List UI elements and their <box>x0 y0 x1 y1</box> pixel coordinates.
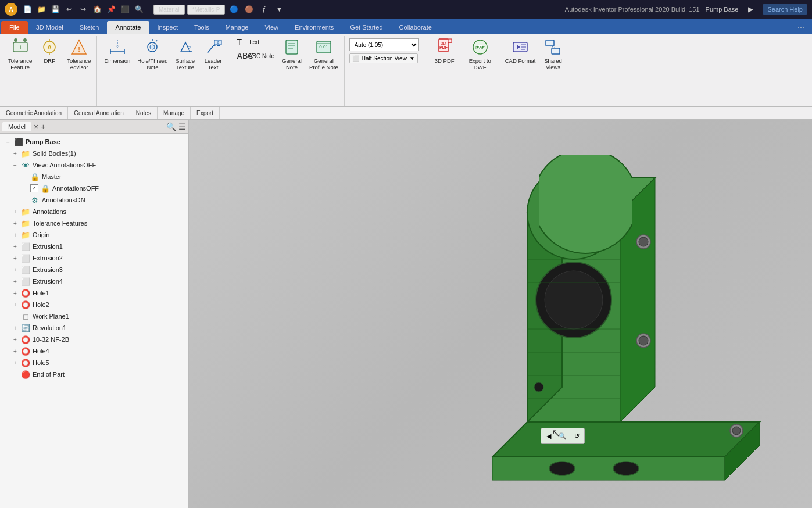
viewcube-btn[interactable]: ⬛ <box>119 3 131 16</box>
material-dropdown[interactable]: Material <box>153 5 185 15</box>
expand-annotations[interactable]: + <box>12 208 19 215</box>
tree-revolution1[interactable]: + 🔄 Revolution1 <box>0 322 188 334</box>
tree-hole5[interactable]: + ⭕ Hole5 <box>0 357 188 369</box>
new-tab-btn[interactable]: + <box>41 122 45 131</box>
expand-extrusion4[interactable]: + <box>12 278 19 285</box>
expand-origin[interactable]: + <box>12 231 19 238</box>
tree-extrusion4[interactable]: + ⬜ Extrusion4 <box>0 276 188 287</box>
hole-thread-note-btn[interactable]: Hole/ThreadNote <box>135 36 170 73</box>
tree-extrusion1[interactable]: + ⬜ Extrusion1 <box>0 241 188 252</box>
expand-extrusion2[interactable]: + <box>12 255 19 262</box>
pin-btn[interactable]: 📌 <box>105 3 117 16</box>
expand-10-32-nf-2b[interactable]: + <box>12 336 19 343</box>
expand-hole1[interactable]: + <box>12 289 19 296</box>
tree-hole2[interactable]: + ⭕ Hole2 <box>0 299 188 310</box>
expand-hole4[interactable]: + <box>12 348 19 355</box>
color-sphere1[interactable]: 🔵 <box>227 3 240 16</box>
tree-work-plane1[interactable]: ◻ Work Plane1 <box>0 310 188 322</box>
general-note-btn[interactable]: GeneralNote <box>279 36 305 73</box>
viewport[interactable]: ◀ 🔍 ↺ ↖ <box>189 120 812 508</box>
tree-view-annotations-off[interactable]: − 👁 View: AnnotationsOFF <box>0 159 188 171</box>
expand-extrusion3[interactable]: + <box>12 266 19 273</box>
tab-manage[interactable]: Manage <box>217 21 257 34</box>
tab-3dmodel[interactable]: 3D Model <box>28 21 71 34</box>
tree-solid-bodies[interactable]: + 📁 Solid Bodies(1) <box>0 148 188 159</box>
ribbon-menu-btn[interactable]: ⋯ <box>795 21 807 34</box>
tree-root-pump-base[interactable]: − ⬛ Pump Base <box>0 136 188 148</box>
tab-tools[interactable]: Tools <box>186 21 217 34</box>
tree-tolerance-features[interactable]: + 📁 Tolerance Features <box>0 217 188 229</box>
tab-sketch[interactable]: Sketch <box>71 21 108 34</box>
expand-revolution1[interactable]: + <box>12 324 19 331</box>
tree-10-32-nf-2b[interactable]: + ⭕ 10-32 NF-2B <box>0 334 188 345</box>
tab-file[interactable]: File <box>1 21 28 34</box>
export-to-dwf-btn[interactable]: DWF Export to DWF <box>460 36 500 73</box>
expand-extrusion1[interactable]: + <box>12 243 19 250</box>
inspect-btn[interactable]: 🔍 <box>133 3 145 16</box>
tree-hole4[interactable]: + ⭕ Hole4 <box>0 345 188 357</box>
half-section-view-btn[interactable]: ⬜ Half Section View ▼ <box>349 53 418 63</box>
svg-rect-43 <box>552 48 560 54</box>
tab-collaborate[interactable]: Collaborate <box>391 21 440 34</box>
open-btn[interactable]: 📁 <box>35 3 48 16</box>
tab-get-started[interactable]: Get Started <box>342 21 391 34</box>
expand-hole5[interactable]: + <box>12 359 19 366</box>
mini-btn-3[interactable]: ↺ <box>570 430 583 442</box>
cad-format-btn[interactable]: CAD Format <box>503 36 538 66</box>
material-value-dropdown[interactable]: *Metallic-P <box>187 5 226 15</box>
expand-view-annotations[interactable]: − <box>12 162 19 169</box>
home-btn[interactable]: 🏠 <box>91 3 103 16</box>
mini-btn-2[interactable]: 🔍 <box>556 430 569 442</box>
tree-extrusion3[interactable]: + ⬜ Extrusion3 <box>0 264 188 276</box>
expand-btn[interactable]: ▼ <box>273 3 285 16</box>
formula-btn[interactable]: ƒ <box>257 3 270 16</box>
new-btn[interactable]: 📄 <box>21 3 34 16</box>
shared-views-btn[interactable]: SharedViews <box>540 36 566 73</box>
tab-view[interactable]: View <box>256 21 287 34</box>
tree-end-of-part[interactable]: 🔴 End of Part <box>0 369 188 380</box>
tree-extrusion2[interactable]: + ⬜ Extrusion2 <box>0 252 188 264</box>
dimension-btn[interactable]: ↔ Dimension <box>102 36 133 66</box>
tree-annotations[interactable]: + 📁 Annotations <box>0 206 188 217</box>
tab-annotate[interactable]: Annotate <box>107 21 149 34</box>
abc-note-btn[interactable]: ABC ABC Note <box>235 50 277 62</box>
tree-origin[interactable]: + 📁 Origin <box>0 229 188 241</box>
add-tab-btn[interactable]: × <box>34 122 38 131</box>
tab-model[interactable]: Model <box>2 122 31 131</box>
expand-annotations-on[interactable] <box>21 196 28 203</box>
tab-environments[interactable]: Environments <box>287 21 342 34</box>
text-btn[interactable]: T Text <box>235 36 277 48</box>
mini-btn-1[interactable]: ◀ <box>542 430 555 442</box>
sidebar-search-btn[interactable]: 🔍 <box>166 122 176 131</box>
tolerance-feature-btn[interactable]: ⊥ ToleranceFeature <box>6 36 34 73</box>
expand-pump-base[interactable]: − <box>5 138 12 145</box>
breadcrumb-arrow[interactable]: ▶ <box>744 3 757 16</box>
redo-btn[interactable]: ↪ <box>77 3 90 16</box>
search-help-btn[interactable]: Search Help <box>763 4 807 15</box>
tree-master[interactable]: 🔒 Master <box>0 171 188 183</box>
tolerance-advisor-btn[interactable]: ! ToleranceAdvisor <box>65 36 93 73</box>
tree-annotations-off[interactable]: ✓ 🔒 AnnotationsOFF <box>0 183 188 194</box>
expand-solid-bodies[interactable]: + <box>12 150 19 157</box>
annotations-off-checkbox[interactable]: ✓ <box>30 184 38 192</box>
3d-pdf-btn[interactable]: PDF 3D 3D PDF <box>432 36 457 66</box>
tree-hole1[interactable]: + ⭕ Hole1 <box>0 287 188 299</box>
expand-end-of-part[interactable] <box>12 371 19 378</box>
general-profile-note-btn[interactable]: 0.01 GeneralProfile Note <box>307 36 341 73</box>
tree-annotations-on[interactable]: ⚙ AnnotationsON <box>0 194 188 206</box>
surface-texture-btn[interactable]: ▽ SurfaceTexture <box>173 36 198 73</box>
expand-master[interactable] <box>21 173 28 180</box>
svg-text:!: ! <box>78 46 80 53</box>
drf-btn[interactable]: A DRF <box>37 36 62 66</box>
color-sphere2[interactable]: 🟤 <box>242 3 255 16</box>
save-btn[interactable]: 💾 <box>49 3 62 16</box>
undo-btn[interactable]: ↩ <box>63 3 76 16</box>
expand-tolerance-features[interactable]: + <box>12 220 19 227</box>
sidebar-menu-btn[interactable]: ☰ <box>178 122 186 131</box>
expand-hole2[interactable]: + <box>12 301 19 308</box>
leader-text-btn[interactable]: A LeaderText <box>201 36 226 73</box>
tab-inspect[interactable]: Inspect <box>149 21 186 34</box>
auto-dropdown[interactable]: Auto (1.05) <box>349 38 419 51</box>
expand-annotations-off[interactable] <box>21 185 28 192</box>
expand-work-plane1[interactable] <box>12 313 19 320</box>
